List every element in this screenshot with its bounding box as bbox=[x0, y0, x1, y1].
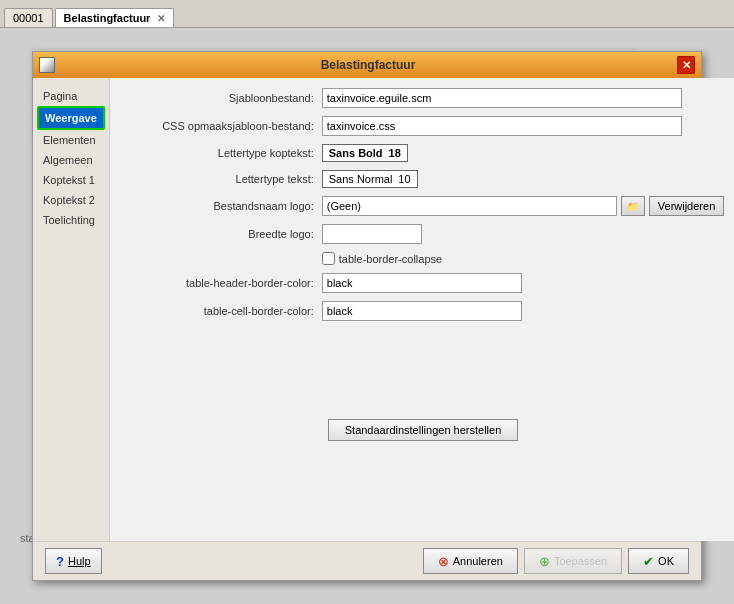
dialog-icon bbox=[39, 57, 55, 73]
checkbox-row: table-border-collapse bbox=[322, 252, 724, 265]
footer-left: ? Hulp bbox=[45, 548, 102, 574]
ok-button[interactable]: ✔ OK bbox=[628, 548, 689, 574]
sidebar-item-koptekst2[interactable]: Koptekst 2 bbox=[37, 190, 105, 210]
dialog-footer: ? Hulp ⊗ Annuleren ⊕ Toepassen ✔ bbox=[33, 541, 701, 580]
lettertype-kop-label: Lettertype koptekst: bbox=[122, 147, 322, 159]
lettertype-kop-size: 18 bbox=[389, 147, 401, 159]
apply-icon: ⊕ bbox=[539, 554, 550, 569]
sidebar-item-koptekst1[interactable]: Koptekst 1 bbox=[37, 170, 105, 190]
reset-button[interactable]: Standaardinstellingen herstellen bbox=[328, 419, 519, 441]
dialog: Belastingfactuur ✕ Pagina Weergave Eleme… bbox=[32, 51, 702, 581]
sidebar-section-label: Pagina bbox=[37, 86, 105, 106]
logo-input-group: 📁 Verwijderen bbox=[322, 196, 724, 216]
lettertype-tekst-display[interactable]: Sans Normal 10 bbox=[322, 170, 418, 188]
cell-border-row: table-cell-border-color: bbox=[122, 301, 724, 321]
dialog-sidebar: Pagina Weergave Elementen Algemeen Kopte… bbox=[33, 78, 110, 541]
tab-00001[interactable]: 00001 bbox=[4, 8, 53, 27]
footer-right: ⊗ Annuleren ⊕ Toepassen ✔ OK bbox=[423, 548, 689, 574]
breedte-row: Breedte logo: bbox=[122, 224, 724, 244]
lettertype-tekst-label: Lettertype tekst: bbox=[122, 173, 322, 185]
sjabloon-row: Sjabloonbestand: bbox=[122, 88, 724, 108]
dialog-body: Pagina Weergave Elementen Algemeen Kopte… bbox=[33, 78, 701, 541]
sidebar-item-toelichting[interactable]: Toelichting bbox=[37, 210, 105, 230]
help-label: Hulp bbox=[68, 555, 91, 567]
dialog-titlebar: Belastingfactuur ✕ bbox=[33, 52, 701, 78]
help-icon: ? bbox=[56, 554, 64, 569]
breedte-label: Breedte logo: bbox=[122, 228, 322, 240]
lettertype-tekst-size: 10 bbox=[398, 173, 410, 185]
css-input[interactable] bbox=[322, 116, 682, 136]
dialog-close-button[interactable]: ✕ bbox=[677, 56, 695, 74]
sjabloon-input[interactable] bbox=[322, 88, 682, 108]
tab-bar: 00001 Belastingfactuur ✕ bbox=[0, 0, 734, 28]
header-border-row: table-header-border-color: bbox=[122, 273, 724, 293]
modal-overlay: Belastingfactuur ✕ Pagina Weergave Eleme… bbox=[0, 28, 734, 604]
checkbox-label: table-border-collapse bbox=[339, 253, 442, 265]
cell-border-input[interactable] bbox=[322, 301, 522, 321]
dialog-title: Belastingfactuur bbox=[59, 58, 677, 72]
table-border-collapse-checkbox[interactable] bbox=[322, 252, 335, 265]
lettertype-kop-display[interactable]: Sans Bold 18 bbox=[322, 144, 408, 162]
lettertype-tekst-row: Lettertype tekst: Sans Normal 10 bbox=[122, 170, 724, 188]
css-label: CSS opmaaksjabloon-bestand: bbox=[122, 120, 322, 132]
logo-browse-button[interactable]: 📁 bbox=[621, 196, 645, 216]
lettertype-kop-row: Lettertype koptekst: Sans Bold 18 bbox=[122, 144, 724, 162]
toepassen-button[interactable]: ⊕ Toepassen bbox=[524, 548, 622, 574]
header-border-label: table-header-border-color: bbox=[122, 277, 322, 289]
cancel-icon: ⊗ bbox=[438, 554, 449, 569]
logo-label: Bestandsnaam logo: bbox=[122, 200, 322, 212]
logo-input[interactable] bbox=[322, 196, 617, 216]
sidebar-item-algemeen[interactable]: Algemeen bbox=[37, 150, 105, 170]
tab-belastingfactuur[interactable]: Belastingfactuur ✕ bbox=[55, 8, 175, 27]
help-button[interactable]: ? Hulp bbox=[45, 548, 102, 574]
folder-icon: 📁 bbox=[627, 201, 639, 212]
lettertype-kop-font: Sans Bold bbox=[329, 147, 383, 159]
tab-close-icon[interactable]: ✕ bbox=[157, 13, 165, 24]
sidebar-item-weergave[interactable]: Weergave bbox=[37, 106, 105, 130]
sjabloon-label: Sjabloonbestand: bbox=[122, 92, 322, 104]
cell-border-label: table-cell-border-color: bbox=[122, 305, 322, 317]
header-border-input[interactable] bbox=[322, 273, 522, 293]
lettertype-tekst-font: Sans Normal bbox=[329, 173, 393, 185]
breedte-input[interactable] bbox=[322, 224, 422, 244]
logo-remove-button[interactable]: Verwijderen bbox=[649, 196, 724, 216]
dialog-main-content: Sjabloonbestand: CSS opmaaksjabloon-best… bbox=[110, 78, 734, 541]
page-background: staan. Belastingfactuur ✕ Pagina Weergav… bbox=[0, 28, 734, 604]
annuleren-button[interactable]: ⊗ Annuleren bbox=[423, 548, 518, 574]
sidebar-item-elementen[interactable]: Elementen bbox=[37, 130, 105, 150]
css-row: CSS opmaaksjabloon-bestand: bbox=[122, 116, 724, 136]
ok-icon: ✔ bbox=[643, 554, 654, 569]
logo-row: Bestandsnaam logo: 📁 Verwijderen bbox=[122, 196, 724, 216]
content-bottom: Standaardinstellingen herstellen bbox=[122, 409, 724, 451]
